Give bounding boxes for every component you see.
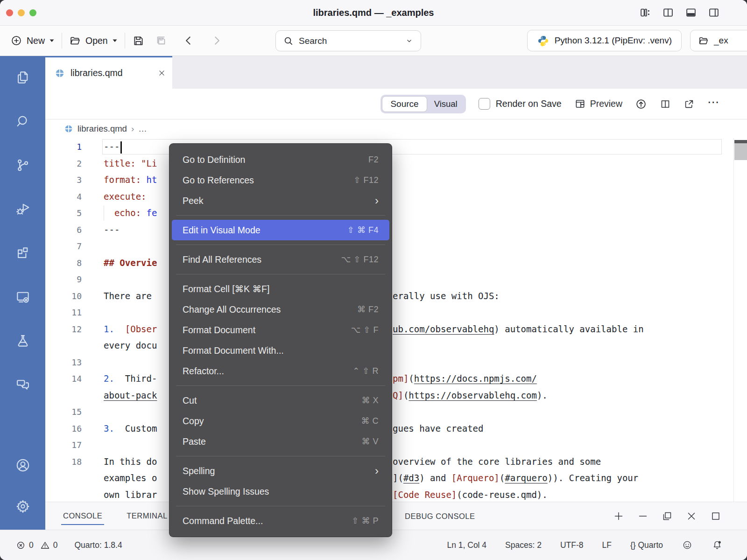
split-editor-icon[interactable] bbox=[660, 98, 671, 110]
line-number: 10 bbox=[45, 288, 82, 305]
render-on-save-checkbox[interactable] bbox=[479, 98, 490, 110]
line-number: 14 bbox=[45, 371, 82, 387]
menu-item-label: Refactor... bbox=[183, 366, 224, 377]
menu-separator bbox=[176, 274, 385, 274]
open-external-icon[interactable] bbox=[684, 98, 695, 110]
status-end-of-line[interactable]: LF bbox=[602, 540, 612, 550]
preview-button[interactable]: Preview bbox=[574, 98, 622, 110]
code-editor[interactable]: 1---2title: "Li3format: ht4execute:5 ech… bbox=[45, 138, 747, 502]
activity-console-sessions[interactable] bbox=[12, 286, 34, 308]
menu-item-format-document[interactable]: Format Document⌥ ⇧ F bbox=[172, 320, 389, 340]
menu-shortcut: ⌘ X bbox=[361, 395, 379, 406]
menu-item-refactor[interactable]: Refactor...⌃ ⇧ R bbox=[172, 361, 389, 381]
quarto-file-icon bbox=[64, 124, 73, 133]
status-encoding[interactable]: UTF-8 bbox=[560, 540, 584, 550]
menu-item-peek[interactable]: Peek› bbox=[172, 190, 389, 211]
breadcrumb-file[interactable]: libraries.qmd bbox=[78, 124, 127, 134]
editor-scrollbar[interactable] bbox=[733, 138, 747, 502]
status-language-mode[interactable]: {} Quarto bbox=[630, 540, 663, 550]
mode-toggle: Source Visual bbox=[381, 95, 465, 113]
menu-item-spelling[interactable]: Spelling› bbox=[172, 461, 389, 481]
activity-source-control[interactable] bbox=[12, 154, 34, 176]
add-console-icon[interactable] bbox=[613, 511, 624, 522]
render-icon[interactable] bbox=[635, 98, 647, 110]
menu-item-go-to-definition[interactable]: Go to DefinitionF2 bbox=[172, 149, 389, 170]
activity-run-and-debug[interactable] bbox=[12, 198, 34, 220]
back-icon[interactable] bbox=[183, 35, 195, 47]
editor-action-bar: Source Visual Render on Save Preview ⋯ bbox=[45, 89, 747, 119]
menu-item-go-to-references[interactable]: Go to References⇧ F12 bbox=[172, 170, 389, 190]
tab-libraries-qmd[interactable]: libraries.qmd bbox=[45, 56, 172, 89]
menu-item-edit-in-visual-mode[interactable]: Edit in Visual Mode⇧ ⌘ F4 bbox=[172, 220, 389, 240]
more-actions-icon[interactable]: ⋯ bbox=[707, 96, 720, 112]
panel-tab-terminal[interactable]: TERMINAL bbox=[126, 509, 168, 523]
status-notifications[interactable] bbox=[712, 539, 723, 551]
activity-testing[interactable] bbox=[12, 329, 34, 352]
activity-settings[interactable] bbox=[12, 495, 34, 518]
forward-icon bbox=[211, 35, 223, 47]
activity-account[interactable] bbox=[12, 454, 34, 476]
menu-item-show-spelling-issues[interactable]: Show Spelling Issues bbox=[172, 481, 389, 502]
menu-item-copy[interactable]: Copy⌘ C bbox=[172, 411, 389, 431]
status-cursor-position[interactable]: Ln 1, Col 4 bbox=[447, 540, 486, 550]
menu-item-label: Go to Definition bbox=[183, 154, 245, 165]
menu-separator bbox=[176, 456, 385, 456]
scrollbar-cursor-marker bbox=[734, 140, 747, 143]
caret-down-icon bbox=[49, 38, 55, 43]
close-tab-icon[interactable] bbox=[158, 69, 166, 77]
minimize-window-button[interactable] bbox=[18, 9, 25, 16]
code-line-continuation: pm](https://docs.npmjs.com/ bbox=[393, 371, 537, 387]
activity-extensions[interactable] bbox=[12, 242, 34, 264]
new-button[interactable]: New bbox=[10, 35, 55, 47]
status-indentation[interactable]: Spaces: 2 bbox=[505, 540, 542, 550]
interpreter-selector[interactable]: Python 3.12.1 (PipEnv: .venv) bbox=[527, 30, 682, 51]
mode-visual-button[interactable]: Visual bbox=[427, 96, 465, 112]
toggle-secondary-sidebar-icon[interactable] bbox=[708, 7, 720, 19]
activity-explorer[interactable] bbox=[12, 66, 34, 89]
split-editor-layout-icon[interactable] bbox=[662, 7, 674, 19]
menu-shortcut: ⌘ C bbox=[361, 416, 379, 426]
minimize-panel-icon[interactable] bbox=[637, 511, 648, 522]
breadcrumb-more[interactable]: … bbox=[138, 124, 148, 134]
menu-item-label: Format Cell [⌘K ⌘F] bbox=[183, 284, 269, 294]
zoom-window-button[interactable] bbox=[29, 9, 36, 16]
activity-search[interactable] bbox=[12, 110, 34, 133]
problems-warnings[interactable]: 0 bbox=[40, 540, 58, 550]
activity-comments[interactable] bbox=[12, 373, 34, 396]
menu-shortcut: ⌥ ⇧ F12 bbox=[341, 254, 379, 265]
save-icon[interactable] bbox=[132, 35, 145, 47]
panel-tab-debug-console[interactable]: DEBUG CONSOLE bbox=[404, 509, 476, 523]
maximize-panel-icon[interactable] bbox=[710, 511, 721, 522]
menu-separator bbox=[176, 506, 385, 506]
code-line-continuation: overview of the core libraries and some bbox=[393, 454, 601, 470]
line-number: 9 bbox=[45, 271, 82, 288]
mode-source-button[interactable]: Source bbox=[382, 96, 427, 112]
problems-errors[interactable]: 0 bbox=[16, 540, 34, 550]
quarto-version[interactable]: Quarto: 1.8.4 bbox=[74, 540, 122, 550]
tab-label: libraries.qmd bbox=[70, 68, 152, 78]
menu-item-change-all-occurrences[interactable]: Change All Occurrences⌘ F2 bbox=[172, 299, 389, 320]
scrollbar-thumb[interactable] bbox=[734, 143, 747, 160]
menu-item-paste[interactable]: Paste⌘ V bbox=[172, 431, 389, 452]
menu-item-command-palette[interactable]: Command Palette...⇧ ⌘ P bbox=[172, 511, 389, 531]
close-window-button[interactable] bbox=[6, 9, 13, 16]
project-selector[interactable]: _ex bbox=[690, 30, 747, 51]
line-number bbox=[45, 470, 82, 487]
menu-shortcut: ⇧ F12 bbox=[353, 175, 379, 185]
search-input[interactable]: Search bbox=[275, 30, 421, 51]
project-label: _ex bbox=[714, 35, 728, 46]
open-button[interactable]: Open bbox=[69, 35, 118, 47]
status-feedback[interactable] bbox=[682, 539, 693, 551]
restore-panel-icon[interactable] bbox=[662, 511, 673, 522]
menu-item-cut[interactable]: Cut⌘ X bbox=[172, 390, 389, 411]
line-number: 15 bbox=[45, 404, 82, 420]
menu-item-format-document-with[interactable]: Format Document With... bbox=[172, 340, 389, 361]
menu-item-find-all-references[interactable]: Find All References⌥ ⇧ F12 bbox=[172, 249, 389, 270]
customize-layout-icon[interactable] bbox=[639, 7, 651, 19]
close-panel-icon[interactable] bbox=[686, 511, 697, 522]
toggle-panel-icon[interactable] bbox=[685, 7, 697, 19]
toolbar-divider bbox=[62, 33, 62, 49]
menu-item-format-cell-k-f[interactable]: Format Cell [⌘K ⌘F] bbox=[172, 279, 389, 299]
line-number bbox=[45, 387, 82, 404]
panel-tab-console[interactable]: CONSOLE bbox=[62, 509, 103, 523]
